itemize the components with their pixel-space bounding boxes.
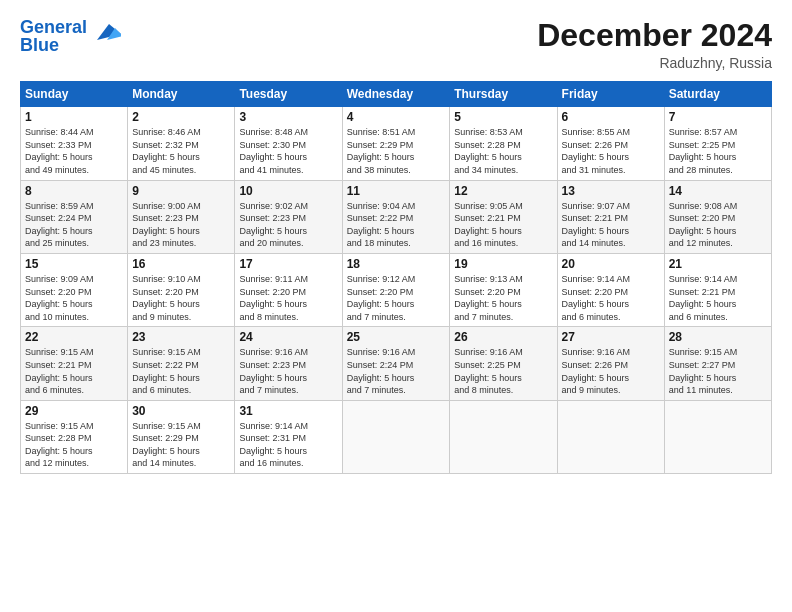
day-cell-12: 12Sunrise: 9:05 AM Sunset: 2:21 PM Dayli… <box>450 180 557 253</box>
calendar-header-row: SundayMondayTuesdayWednesdayThursdayFrid… <box>21 82 772 107</box>
col-header-wednesday: Wednesday <box>342 82 450 107</box>
day-info: Sunrise: 9:11 AM Sunset: 2:20 PM Dayligh… <box>239 273 337 323</box>
day-number: 3 <box>239 110 337 124</box>
day-cell-16: 16Sunrise: 9:10 AM Sunset: 2:20 PM Dayli… <box>128 253 235 326</box>
day-number: 28 <box>669 330 767 344</box>
day-number: 17 <box>239 257 337 271</box>
day-info: Sunrise: 9:15 AM Sunset: 2:28 PM Dayligh… <box>25 420 123 470</box>
day-info: Sunrise: 9:16 AM Sunset: 2:26 PM Dayligh… <box>562 346 660 396</box>
day-info: Sunrise: 9:14 AM Sunset: 2:20 PM Dayligh… <box>562 273 660 323</box>
day-number: 5 <box>454 110 552 124</box>
empty-cell <box>664 400 771 473</box>
day-number: 31 <box>239 404 337 418</box>
day-cell-18: 18Sunrise: 9:12 AM Sunset: 2:20 PM Dayli… <box>342 253 450 326</box>
empty-cell <box>450 400 557 473</box>
day-number: 20 <box>562 257 660 271</box>
header: General Blue December 2024 Raduzhny, Rus… <box>20 18 772 71</box>
day-info: Sunrise: 9:15 AM Sunset: 2:27 PM Dayligh… <box>669 346 767 396</box>
day-info: Sunrise: 9:04 AM Sunset: 2:22 PM Dayligh… <box>347 200 446 250</box>
day-cell-17: 17Sunrise: 9:11 AM Sunset: 2:20 PM Dayli… <box>235 253 342 326</box>
day-cell-20: 20Sunrise: 9:14 AM Sunset: 2:20 PM Dayli… <box>557 253 664 326</box>
day-info: Sunrise: 8:55 AM Sunset: 2:26 PM Dayligh… <box>562 126 660 176</box>
location: Raduzhny, Russia <box>537 55 772 71</box>
logo-text: General Blue <box>20 18 87 54</box>
day-number: 2 <box>132 110 230 124</box>
day-info: Sunrise: 8:44 AM Sunset: 2:33 PM Dayligh… <box>25 126 123 176</box>
logo: General Blue <box>20 18 121 54</box>
day-cell-19: 19Sunrise: 9:13 AM Sunset: 2:20 PM Dayli… <box>450 253 557 326</box>
day-info: Sunrise: 9:16 AM Sunset: 2:23 PM Dayligh… <box>239 346 337 396</box>
day-cell-28: 28Sunrise: 9:15 AM Sunset: 2:27 PM Dayli… <box>664 327 771 400</box>
day-cell-1: 1Sunrise: 8:44 AM Sunset: 2:33 PM Daylig… <box>21 107 128 180</box>
col-header-saturday: Saturday <box>664 82 771 107</box>
day-info: Sunrise: 8:51 AM Sunset: 2:29 PM Dayligh… <box>347 126 446 176</box>
day-number: 29 <box>25 404 123 418</box>
day-info: Sunrise: 9:02 AM Sunset: 2:23 PM Dayligh… <box>239 200 337 250</box>
day-cell-9: 9Sunrise: 9:00 AM Sunset: 2:23 PM Daylig… <box>128 180 235 253</box>
day-cell-7: 7Sunrise: 8:57 AM Sunset: 2:25 PM Daylig… <box>664 107 771 180</box>
week-row-4: 22Sunrise: 9:15 AM Sunset: 2:21 PM Dayli… <box>21 327 772 400</box>
day-info: Sunrise: 9:13 AM Sunset: 2:20 PM Dayligh… <box>454 273 552 323</box>
logo-icon <box>89 16 121 48</box>
day-cell-10: 10Sunrise: 9:02 AM Sunset: 2:23 PM Dayli… <box>235 180 342 253</box>
day-info: Sunrise: 9:00 AM Sunset: 2:23 PM Dayligh… <box>132 200 230 250</box>
day-cell-4: 4Sunrise: 8:51 AM Sunset: 2:29 PM Daylig… <box>342 107 450 180</box>
logo-text-blue: Blue <box>20 35 59 55</box>
col-header-friday: Friday <box>557 82 664 107</box>
day-cell-29: 29Sunrise: 9:15 AM Sunset: 2:28 PM Dayli… <box>21 400 128 473</box>
day-info: Sunrise: 9:05 AM Sunset: 2:21 PM Dayligh… <box>454 200 552 250</box>
day-number: 4 <box>347 110 446 124</box>
day-info: Sunrise: 9:14 AM Sunset: 2:31 PM Dayligh… <box>239 420 337 470</box>
day-info: Sunrise: 8:53 AM Sunset: 2:28 PM Dayligh… <box>454 126 552 176</box>
day-number: 23 <box>132 330 230 344</box>
logo-text-general: General <box>20 17 87 37</box>
day-number: 12 <box>454 184 552 198</box>
day-number: 24 <box>239 330 337 344</box>
day-number: 26 <box>454 330 552 344</box>
col-header-tuesday: Tuesday <box>235 82 342 107</box>
day-number: 7 <box>669 110 767 124</box>
day-cell-27: 27Sunrise: 9:16 AM Sunset: 2:26 PM Dayli… <box>557 327 664 400</box>
day-cell-21: 21Sunrise: 9:14 AM Sunset: 2:21 PM Dayli… <box>664 253 771 326</box>
day-number: 27 <box>562 330 660 344</box>
page: General Blue December 2024 Raduzhny, Rus… <box>0 0 792 612</box>
day-info: Sunrise: 9:09 AM Sunset: 2:20 PM Dayligh… <box>25 273 123 323</box>
day-cell-8: 8Sunrise: 8:59 AM Sunset: 2:24 PM Daylig… <box>21 180 128 253</box>
col-header-monday: Monday <box>128 82 235 107</box>
day-cell-2: 2Sunrise: 8:46 AM Sunset: 2:32 PM Daylig… <box>128 107 235 180</box>
day-number: 11 <box>347 184 446 198</box>
day-cell-30: 30Sunrise: 9:15 AM Sunset: 2:29 PM Dayli… <box>128 400 235 473</box>
day-cell-24: 24Sunrise: 9:16 AM Sunset: 2:23 PM Dayli… <box>235 327 342 400</box>
day-cell-5: 5Sunrise: 8:53 AM Sunset: 2:28 PM Daylig… <box>450 107 557 180</box>
day-number: 19 <box>454 257 552 271</box>
day-number: 30 <box>132 404 230 418</box>
day-number: 14 <box>669 184 767 198</box>
week-row-3: 15Sunrise: 9:09 AM Sunset: 2:20 PM Dayli… <box>21 253 772 326</box>
col-header-thursday: Thursday <box>450 82 557 107</box>
day-info: Sunrise: 8:48 AM Sunset: 2:30 PM Dayligh… <box>239 126 337 176</box>
day-number: 10 <box>239 184 337 198</box>
day-info: Sunrise: 9:07 AM Sunset: 2:21 PM Dayligh… <box>562 200 660 250</box>
day-info: Sunrise: 8:59 AM Sunset: 2:24 PM Dayligh… <box>25 200 123 250</box>
day-cell-25: 25Sunrise: 9:16 AM Sunset: 2:24 PM Dayli… <box>342 327 450 400</box>
day-cell-11: 11Sunrise: 9:04 AM Sunset: 2:22 PM Dayli… <box>342 180 450 253</box>
day-info: Sunrise: 9:12 AM Sunset: 2:20 PM Dayligh… <box>347 273 446 323</box>
day-number: 1 <box>25 110 123 124</box>
day-number: 6 <box>562 110 660 124</box>
day-cell-31: 31Sunrise: 9:14 AM Sunset: 2:31 PM Dayli… <box>235 400 342 473</box>
day-number: 22 <box>25 330 123 344</box>
day-number: 13 <box>562 184 660 198</box>
day-info: Sunrise: 9:15 AM Sunset: 2:21 PM Dayligh… <box>25 346 123 396</box>
day-info: Sunrise: 9:08 AM Sunset: 2:20 PM Dayligh… <box>669 200 767 250</box>
week-row-1: 1Sunrise: 8:44 AM Sunset: 2:33 PM Daylig… <box>21 107 772 180</box>
day-number: 18 <box>347 257 446 271</box>
day-cell-14: 14Sunrise: 9:08 AM Sunset: 2:20 PM Dayli… <box>664 180 771 253</box>
week-row-2: 8Sunrise: 8:59 AM Sunset: 2:24 PM Daylig… <box>21 180 772 253</box>
calendar: SundayMondayTuesdayWednesdayThursdayFrid… <box>20 81 772 474</box>
day-info: Sunrise: 9:15 AM Sunset: 2:29 PM Dayligh… <box>132 420 230 470</box>
empty-cell <box>557 400 664 473</box>
day-number: 9 <box>132 184 230 198</box>
day-cell-13: 13Sunrise: 9:07 AM Sunset: 2:21 PM Dayli… <box>557 180 664 253</box>
day-cell-6: 6Sunrise: 8:55 AM Sunset: 2:26 PM Daylig… <box>557 107 664 180</box>
title-block: December 2024 Raduzhny, Russia <box>537 18 772 71</box>
